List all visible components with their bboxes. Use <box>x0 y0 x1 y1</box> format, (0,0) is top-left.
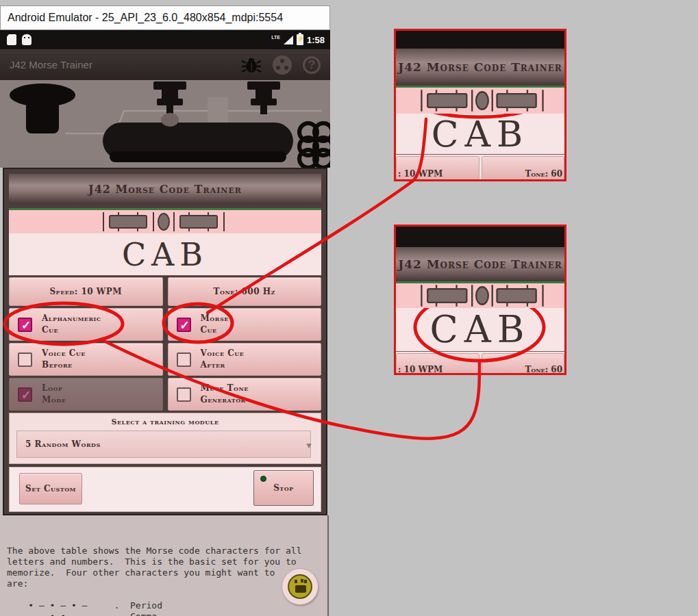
checkbox-voice-cue-before[interactable]: Voice Cue Before <box>9 343 163 376</box>
app-toolbar: J42 Morse Trainer ? <box>0 49 330 80</box>
checkbox-alphanumeric-cue[interactable]: Alphanumeric Cue <box>9 308 163 341</box>
cue-text-display: CAB <box>9 233 321 276</box>
bug-icon[interactable] <box>241 55 262 75</box>
telegraph-key-illustration <box>0 80 330 168</box>
dialog-title: J42 Morse Code Trainer <box>9 174 321 204</box>
checkbox-box[interactable] <box>177 318 191 332</box>
checkbox-box[interactable] <box>177 387 191 402</box>
callout-tone-button: Tone: 60 <box>482 353 565 375</box>
running-indicator-dot <box>260 476 266 482</box>
morse-help-text: The above table shows the Morse code cha… <box>7 546 327 616</box>
dialog-button-bar: Set Custom Stop <box>9 467 321 512</box>
help-icon[interactable]: ? <box>303 56 321 74</box>
window-title: Android Emulator - 25_API_23_6.0_480x854… <box>8 12 283 24</box>
morse-pattern-graphic <box>396 283 564 308</box>
trainer-dialog: J42 Morse Code Trainer <box>3 168 327 515</box>
checkbox-box <box>18 387 32 402</box>
callout-title: J42 Morse Code Trainer <box>396 247 564 281</box>
signal-strength-icon <box>284 36 293 44</box>
checkbox-mute-tone-generator[interactable]: Mute Tone Generator <box>168 378 322 411</box>
morse-pattern-graphic <box>97 210 234 233</box>
morse-symbol-strip <box>9 210 321 233</box>
checkbox-morse-cue[interactable]: Morse Cue <box>168 308 322 341</box>
callout-title: J42 Morse Code Trainer <box>396 49 564 86</box>
battery-charging-icon <box>297 34 303 45</box>
morse-pattern-graphic <box>396 88 564 114</box>
speed-button[interactable]: Speed: 10 WPM <box>9 277 163 306</box>
screenshot-root: Android Emulator - 25_API_23_6.0_480x854… <box>0 0 698 616</box>
training-module-dropdown[interactable]: 5 Random Words ▼ <box>16 431 311 458</box>
record-menu-icon[interactable] <box>273 55 292 75</box>
checkbox-voice-cue-after[interactable]: Voice Cue After <box>168 343 322 376</box>
checkbox-box[interactable] <box>18 318 32 332</box>
callout-cue-text: CAB <box>396 308 564 352</box>
android-status-bar: LTE 1:58 <box>0 30 330 49</box>
callout-cue-text: CAB <box>396 114 564 155</box>
module-select-label: Select a training module <box>10 418 321 426</box>
callout-dark-band <box>396 227 564 247</box>
callout-dark-band <box>396 31 564 49</box>
app-title: J42 Morse Trainer <box>10 59 92 70</box>
callout-alphanumeric-cue-zoom: J42 Morse Code Trainer CAB : 10 WPM <box>394 224 566 375</box>
network-type-label: LTE <box>271 35 280 40</box>
callout-morse-strip <box>396 283 564 308</box>
help-text-panel[interactable]: The above table shows the Morse code cha… <box>0 515 329 616</box>
status-clock: 1:58 <box>307 35 325 45</box>
callout-tone-button: Tone: 60 <box>482 156 565 181</box>
telegraph-key-graphic <box>0 80 330 168</box>
usb-debug-icon <box>22 34 32 45</box>
checkbox-box[interactable] <box>177 352 191 367</box>
callout-speed-button: : 10 WPM <box>396 156 479 181</box>
tone-button[interactable]: Tone: 600 Hz <box>168 277 322 306</box>
training-module-section: Select a training module 5 Random Words … <box>9 413 321 464</box>
android-emulator-window: Android Emulator - 25_API_23_6.0_480x854… <box>0 0 330 616</box>
sdcard-icon <box>7 34 16 45</box>
set-custom-button[interactable]: Set Custom <box>19 473 82 504</box>
stop-button[interactable]: Stop <box>253 470 314 506</box>
checkbox-box[interactable] <box>18 352 32 367</box>
checkbox-loop-mode: Loop Mode <box>9 378 163 411</box>
chevron-down-icon: ▼ <box>305 441 313 450</box>
module-selected-value: 5 Random Words <box>25 439 101 449</box>
window-titlebar[interactable]: Android Emulator - 25_API_23_6.0_480x854… <box>0 5 330 30</box>
callout-morse-cue-zoom: J42 Morse Code Trainer CAB : 10 WPM <box>394 29 566 181</box>
mascot-icon <box>288 574 312 599</box>
mascot-fab-button[interactable] <box>282 569 318 604</box>
callout-morse-strip <box>396 88 564 114</box>
callout-speed-button: : 10 WPM <box>396 353 479 375</box>
